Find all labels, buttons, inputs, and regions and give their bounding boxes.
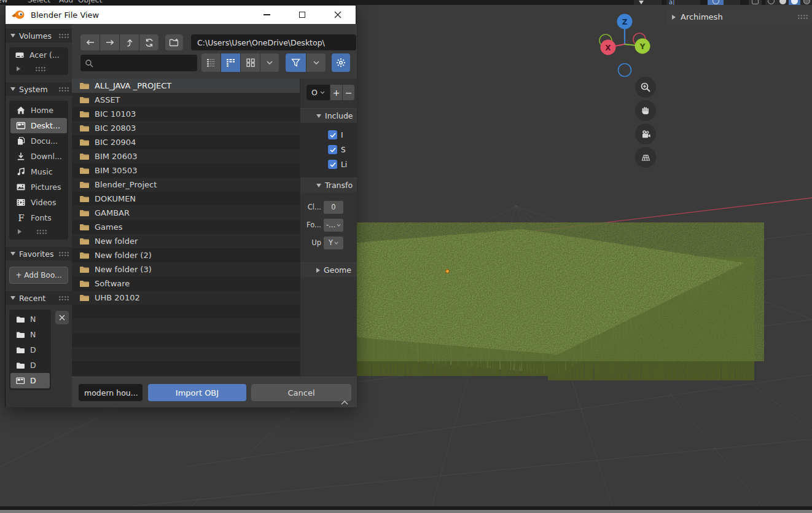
include-checkbox-row[interactable]: I — [300, 130, 357, 139]
camera-view-button[interactable] — [635, 123, 656, 144]
file-row[interactable]: DOKUMEN — [72, 192, 300, 206]
sidebar-item-fonts[interactable]: F Fonts — [10, 210, 67, 225]
dialog-titlebar[interactable]: Blender File View — [6, 6, 356, 24]
volumes-section-header[interactable]: Volumes — [6, 29, 72, 42]
horizontal-list-icon — [226, 58, 235, 67]
clamp-size-field[interactable]: 0 — [324, 201, 343, 214]
axis-z-label: Z — [622, 18, 628, 26]
checkbox-checked[interactable] — [328, 160, 337, 169]
path-field[interactable]: C:\Users\User\OneDrive\Desktop\ — [191, 34, 356, 50]
clear-recent-button[interactable] — [55, 311, 69, 324]
back-button[interactable] — [80, 34, 100, 50]
section-grip-icon[interactable] — [58, 251, 69, 257]
file-row[interactable]: ALL_JAVA _PROJECT — [72, 79, 300, 93]
recent-item[interactable]: N — [10, 311, 50, 327]
create-folder-button[interactable] — [165, 34, 183, 50]
preset-add-button[interactable]: + — [330, 85, 342, 100]
settings-gear-button[interactable] — [332, 53, 350, 72]
recent-item-selected[interactable]: D — [10, 373, 50, 388]
recent-item[interactable]: N — [10, 327, 50, 342]
maximize-button[interactable] — [289, 6, 316, 24]
navigation-gizmo[interactable]: Z X Y — [588, 10, 661, 79]
up-directory-button[interactable] — [120, 34, 139, 50]
file-row[interactable]: BIM 30503 — [72, 163, 300, 178]
snap-toggle-button[interactable]: a| — [666, 0, 700, 5]
include-checkbox-row[interactable]: S — [300, 145, 357, 154]
resize-grip-icon[interactable] — [36, 229, 47, 235]
up-axis-dropdown[interactable]: Y — [324, 237, 343, 249]
viewport-header-strip: View Select Add Object a| — [0, 0, 812, 5]
geometry-section-header[interactable]: Geome — [300, 262, 357, 277]
proportional-edit-button[interactable] — [708, 0, 740, 5]
checkbox-checked[interactable] — [328, 130, 337, 139]
minimize-button[interactable] — [253, 6, 280, 24]
file-row[interactable]: New folder (3) — [72, 262, 300, 276]
menu-object[interactable]: Object — [78, 0, 102, 4]
section-grip-icon[interactable] — [58, 87, 69, 92]
add-bookmark-button[interactable]: + Add Boo... — [9, 267, 68, 284]
recent-item[interactable]: D — [10, 342, 50, 358]
file-row[interactable]: BIM 20603 — [72, 149, 300, 163]
sidebar-item-desktop[interactable]: Deskt... — [10, 118, 67, 133]
file-row[interactable]: UHB 20102 — [72, 291, 300, 305]
recent-item[interactable]: D — [10, 358, 50, 373]
forward-button[interactable] — [100, 34, 119, 50]
refresh-button[interactable] — [139, 34, 158, 50]
show-overlays-button[interactable] — [749, 0, 762, 5]
file-row[interactable]: New folder (2) — [72, 248, 300, 262]
resize-grip-icon[interactable] — [35, 66, 46, 72]
forward-axis-dropdown[interactable]: -... — [324, 219, 343, 232]
checkbox-checked[interactable] — [328, 145, 337, 154]
sidebar-item-pictures[interactable]: Pictures — [10, 179, 67, 195]
expand-footer-button[interactable] — [340, 400, 349, 405]
viewport-shading-group[interactable] — [765, 0, 812, 5]
file-row[interactable]: New folder — [72, 234, 300, 248]
sidebar-item-home[interactable]: Home — [10, 103, 67, 118]
transform-pivot-button[interactable] — [634, 0, 662, 5]
horizontal-list-toggle-selected[interactable] — [221, 53, 240, 72]
section-grip-icon[interactable] — [58, 296, 69, 301]
recent-section-header[interactable]: Recent — [6, 291, 72, 305]
vertical-list-toggle[interactable] — [201, 53, 221, 72]
panel-grip-icon[interactable] — [797, 14, 808, 20]
archimesh-panel-header[interactable]: Archimesh — [667, 9, 812, 25]
menu-select[interactable]: Select — [28, 0, 50, 4]
file-row[interactable]: ASSET — [72, 93, 300, 107]
display-settings-dropdown[interactable] — [260, 53, 279, 72]
import-obj-button[interactable]: Import OBJ — [148, 384, 246, 401]
filter-settings-dropdown[interactable] — [306, 53, 326, 72]
file-row[interactable]: Blender_Project — [72, 178, 300, 192]
file-row[interactable]: Games — [72, 220, 300, 234]
menu-view[interactable]: View — [0, 0, 7, 4]
close-button[interactable] — [324, 6, 351, 24]
include-checkbox-row[interactable]: Li — [300, 160, 357, 169]
file-row[interactable]: Software — [72, 276, 300, 291]
system-section-header[interactable]: System — [6, 82, 72, 96]
system-expand-row[interactable] — [10, 225, 67, 238]
file-row[interactable]: BIC 20803 — [72, 121, 300, 135]
toggle-grid-button[interactable] — [635, 147, 656, 168]
cancel-button[interactable]: Cancel — [251, 384, 351, 401]
volume-item-acer[interactable]: Acer (... — [9, 47, 68, 63]
file-row[interactable]: BIC 20904 — [72, 135, 300, 149]
preset-dropdown[interactable]: O — [306, 85, 330, 100]
zoom-tool-button[interactable] — [635, 77, 656, 98]
filter-toggle-selected[interactable] — [286, 53, 306, 72]
sidebar-item-downloads[interactable]: Downl... — [10, 149, 67, 164]
pan-tool-button[interactable] — [635, 100, 656, 121]
sidebar-item-documents[interactable]: Docu... — [10, 133, 67, 149]
search-input[interactable] — [80, 55, 197, 71]
include-section-header[interactable]: Include — [300, 108, 357, 123]
menu-add[interactable]: Add — [59, 0, 73, 4]
favorites-section-header[interactable]: Favorites — [6, 247, 72, 260]
sidebar-item-videos[interactable]: Videos — [10, 195, 67, 210]
file-row[interactable]: BIC 10103 — [72, 107, 300, 121]
preset-remove-button[interactable]: − — [343, 85, 354, 100]
sidebar-item-music[interactable]: Music — [10, 164, 67, 179]
volumes-expand-row[interactable] — [9, 63, 68, 75]
file-row[interactable]: GAMBAR — [72, 206, 300, 220]
thumbnail-toggle[interactable] — [241, 53, 260, 72]
section-grip-icon[interactable] — [58, 33, 69, 39]
filename-input[interactable]: modern hou... — [79, 384, 142, 401]
transform-section-header[interactable]: Transfo — [300, 178, 357, 192]
